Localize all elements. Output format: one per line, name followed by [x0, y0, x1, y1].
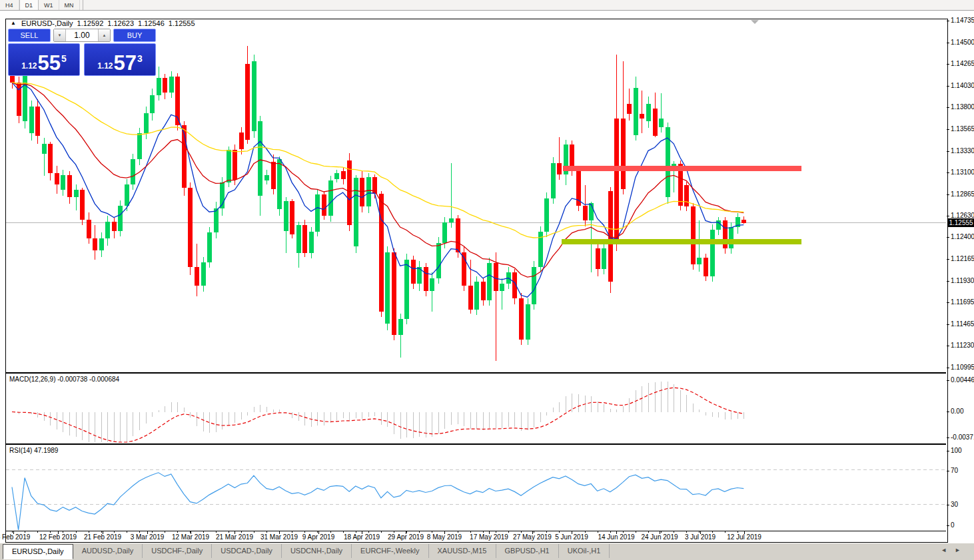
date-minor-tick [648, 531, 649, 533]
date-axis-label: 27 May 2019 [513, 533, 552, 541]
date-minor-tick [661, 531, 662, 533]
rsi-tick [947, 451, 949, 451]
rsi-name: RSI(14) [9, 447, 32, 454]
price-scale-label: 1.12400 [951, 233, 974, 240]
price-scale-label: 1.10995 [951, 364, 974, 371]
price-tick [947, 21, 949, 21]
symbol-tab-usdcad-daily[interactable]: USDCAD-,Daily [212, 544, 282, 558]
date-minor-tick [356, 531, 356, 533]
price-scale-label: 1.13330 [951, 147, 974, 154]
date-axis-label: 3 Jul 2019 [685, 533, 716, 541]
date-minor-tick [636, 531, 636, 533]
macd-tick [947, 412, 949, 412]
date-minor-tick [37, 531, 38, 533]
tab-scroll-left-icon[interactable]: ◄ [941, 547, 955, 553]
support-line[interactable] [562, 239, 801, 244]
date-minor-tick [76, 531, 77, 533]
sell-price-big: 55 [38, 53, 61, 73]
rsi-scale-label: 30 [951, 501, 958, 508]
ohlc-low: 1.12546 [138, 19, 165, 27]
symbol-tab-bar: EURUSD-,DailyAUDUSD-,DailyUSDCHF-,DailyU… [0, 543, 974, 560]
price-tick [947, 151, 949, 152]
price-scale-label: 1.13565 [951, 125, 974, 133]
ohlc-close: 1.12555 [169, 19, 195, 27]
price-tick [947, 64, 949, 65]
timeframe-button-d1[interactable]: D1 [19, 0, 39, 10]
volume-increase-icon[interactable]: ▲ [98, 29, 110, 41]
resistance-line[interactable] [563, 166, 801, 171]
macd-label: MACD(12,26,9) -0.000738 -0.000684 [9, 376, 119, 383]
price-scale-label: 1.11465 [951, 320, 974, 328]
date-axis-label: 21 Mar 2019 [216, 533, 253, 541]
date-axis-label: 12 Feb 2019 [39, 533, 77, 541]
sell-price-box[interactable]: 1.12 55 5 [8, 43, 80, 76]
rsi-indicator-chart[interactable] [6, 445, 946, 531]
symbol-tab-usdchf-daily[interactable]: USDCHF-,Daily [143, 544, 212, 558]
price-tick [947, 346, 949, 346]
buy-price-big: 57 [114, 53, 137, 73]
date-minor-tick [432, 531, 432, 533]
rsi-value: 47.1989 [34, 447, 58, 454]
collapse-panel-icon[interactable]: ▲ [11, 20, 16, 26]
mt4-terminal: H4D1W1MN ▲ EURUSD-,Daily 1.12592 1.12623… [0, 0, 974, 560]
date-minor-tick [521, 531, 522, 533]
date-minor-tick [266, 531, 267, 533]
sell-button[interactable]: SELL [8, 29, 51, 42]
toolbar-divider [80, 0, 83, 10]
buy-button[interactable]: BUY [113, 29, 156, 42]
rsi-scale-label: 70 [951, 467, 958, 474]
macd-scale-label: -0.003715 [951, 433, 974, 441]
date-minor-tick [725, 531, 726, 533]
symbol-tab-xauusd-m15[interactable]: XAUUSD-,M15 [429, 544, 496, 558]
volume-decrease-icon[interactable]: ▼ [54, 29, 66, 41]
date-minor-tick [546, 531, 547, 533]
volume-stepper: ▼ ▲ [53, 29, 111, 42]
date-axis-label: 12 Jul 2019 [727, 533, 761, 541]
price-scale-label: 1.14265 [951, 60, 974, 67]
date-minor-tick [712, 531, 713, 533]
symbol-tab-audusd-daily[interactable]: AUDUSD-,Daily [73, 544, 143, 558]
price-scale-label: 1.13800 [951, 103, 974, 111]
date-minor-tick [127, 531, 127, 533]
chart-shift-marker-icon[interactable] [751, 20, 759, 24]
date-minor-tick [623, 531, 624, 533]
candlestick-series [10, 46, 746, 360]
price-tick [947, 86, 949, 87]
price-scale-label: 1.11930 [951, 277, 974, 284]
price-scale-label: 1.14030 [951, 82, 974, 89]
sell-price-pip: 5 [61, 53, 67, 64]
price-scale-label: 1.14735 [951, 17, 974, 24]
date-axis-label: 17 May 2019 [470, 533, 508, 541]
date-minor-tick [381, 531, 382, 533]
date-minor-tick [304, 531, 305, 533]
symbol-tab-gbpusd-h1[interactable]: GBPUSD-,H1 [496, 544, 559, 558]
tab-scroll-right-icon[interactable]: ► [955, 547, 969, 553]
date-minor-tick [496, 531, 496, 533]
date-minor-tick [483, 531, 484, 533]
timeframe-button-w1[interactable]: W1 [39, 0, 59, 10]
symbol-tab-eurchf-weekly[interactable]: EURCHF-,Weekly [352, 544, 428, 558]
date-minor-tick [25, 531, 25, 533]
date-minor-tick [508, 531, 509, 533]
chart-title: ▲ EURUSD-,Daily 1.12592 1.12623 1.12546 … [11, 19, 195, 27]
date-minor-tick [686, 531, 687, 533]
price-tick [947, 107, 949, 108]
date-axis-label: 12 Mar 2019 [172, 533, 209, 541]
volume-input[interactable] [66, 29, 98, 41]
date-axis-label: 31 Mar 2019 [260, 533, 298, 541]
macd-scale-label: 0.004465 [951, 376, 974, 384]
rsi-line [12, 473, 743, 530]
date-minor-tick [229, 531, 229, 533]
date-minor-tick [470, 531, 471, 533]
buy-price-box[interactable]: 1.12 57 3 [84, 43, 156, 76]
macd-histogram [13, 382, 744, 442]
timeframe-button-mn[interactable]: MN [59, 0, 80, 10]
symbol-tab-ukoil-h1[interactable]: UKOil-,H1 [559, 544, 610, 558]
symbol-tab-eurusd-daily[interactable]: EURUSD-,Daily [3, 544, 73, 559]
timeframe-button-h4[interactable]: H4 [0, 0, 19, 10]
date-minor-tick [406, 531, 407, 533]
date-minor-tick [585, 531, 586, 533]
symbol-tab-usdcnh-daily[interactable]: USDCNH-,Daily [282, 544, 352, 558]
rsi-scale-label: 0 [951, 521, 955, 529]
macd-indicator-chart[interactable] [6, 374, 946, 443]
